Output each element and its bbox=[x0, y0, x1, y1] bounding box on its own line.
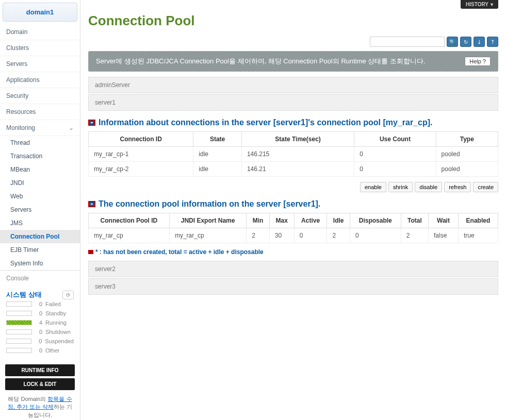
server-row-server2[interactable]: server2 bbox=[88, 261, 498, 277]
status-row-shutdown: 0Shutdown bbox=[6, 327, 74, 337]
status-row-standby: 0Standby bbox=[6, 309, 74, 318]
status-row-failed: 0Failed bbox=[6, 299, 74, 309]
nav-item-ejb-timer[interactable]: EJB Timer bbox=[0, 243, 80, 257]
chevron-down-icon: ▾ bbox=[491, 2, 493, 7]
nav-item-mbean[interactable]: MBean bbox=[0, 163, 80, 176]
page-title: Connection Pool bbox=[88, 13, 498, 29]
column-header: Enabled bbox=[458, 213, 498, 228]
column-header: Type bbox=[436, 132, 498, 147]
create-button[interactable]: create bbox=[473, 182, 498, 192]
status-refresh-icon[interactable]: ⟳ bbox=[62, 291, 74, 299]
column-header: Use Count bbox=[354, 132, 436, 147]
nav-item-transaction[interactable]: Transaction bbox=[0, 149, 80, 163]
nav-item-web[interactable]: Web bbox=[0, 190, 80, 203]
server-row-adminServer[interactable]: adminServer bbox=[88, 77, 498, 93]
runtime-info-button[interactable]: RUNTIME INFO bbox=[5, 364, 75, 376]
nav-item-thread[interactable]: Thread bbox=[0, 136, 80, 149]
refresh-button[interactable]: refresh bbox=[444, 182, 471, 192]
system-status-title: 시스템 상태 bbox=[6, 290, 42, 299]
pool-info-table: Connection Pool IDJNDI Export NameMinMax… bbox=[88, 213, 498, 243]
nav-item-jms[interactable]: JMS bbox=[0, 216, 80, 230]
nav-item-domain[interactable]: Domain bbox=[0, 24, 80, 40]
history-button[interactable]: HISTORY ▾ bbox=[461, 0, 498, 9]
nav-monitoring[interactable]: Monitoring ⌄ bbox=[0, 120, 80, 136]
status-bar-icon bbox=[6, 348, 32, 353]
domain-name[interactable]: domain1 bbox=[3, 3, 77, 22]
sidebar: domain1 DomainClustersServersApplication… bbox=[0, 0, 80, 420]
nav-monitoring-label: Monitoring bbox=[6, 124, 35, 131]
column-header: Connection Pool ID bbox=[89, 213, 170, 228]
column-header: Idle bbox=[327, 213, 350, 228]
nav-item-system-info[interactable]: System Info bbox=[0, 257, 80, 270]
status-bar-icon bbox=[6, 320, 32, 325]
help-button[interactable]: Help ? bbox=[465, 57, 491, 66]
column-header: Disposable bbox=[350, 213, 401, 228]
status-row-other: 0Other bbox=[6, 346, 74, 355]
enable-button[interactable]: enable bbox=[360, 182, 386, 192]
column-header: Active bbox=[294, 213, 327, 228]
status-bar-icon bbox=[6, 339, 31, 344]
disable-button[interactable]: disable bbox=[415, 182, 442, 192]
column-header: Max bbox=[269, 213, 294, 228]
search-input[interactable] bbox=[370, 37, 445, 47]
column-header: Total bbox=[401, 213, 428, 228]
flag-icon bbox=[88, 120, 95, 126]
nav-item-servers[interactable]: Servers bbox=[0, 56, 80, 72]
section1-title: Information about connections in the ser… bbox=[99, 118, 433, 127]
column-header: JNDI Export Name bbox=[169, 213, 246, 228]
console-label: Console bbox=[0, 270, 80, 286]
status-bar-icon bbox=[6, 301, 32, 307]
column-header: Wait bbox=[429, 213, 459, 228]
status-bar-icon bbox=[6, 311, 32, 316]
page-description: Server에 생성된 JDBC/JCA Connection Pool을 제어… bbox=[96, 57, 426, 66]
nav-item-clusters[interactable]: Clusters bbox=[0, 40, 80, 56]
column-header: State bbox=[193, 132, 242, 147]
table-row[interactable]: my_rar_cpmy_rar_cp2300202falsetrue bbox=[89, 228, 498, 243]
column-header: State Time(sec) bbox=[241, 132, 354, 147]
connections-table: Connection IDStateState Time(sec)Use Cou… bbox=[88, 131, 498, 177]
nav-item-resources[interactable]: Resources bbox=[0, 104, 80, 120]
export-icon[interactable]: ⤒ bbox=[487, 37, 498, 47]
export-xml-icon[interactable]: ⤓ bbox=[474, 37, 485, 47]
table-row[interactable]: my_rar_cp-1idle146.2150pooled bbox=[89, 147, 498, 162]
column-header: Connection ID bbox=[89, 132, 193, 147]
footnote-text: * : has not been created, total = active… bbox=[95, 248, 264, 256]
refresh-icon[interactable]: ↻ bbox=[460, 37, 471, 47]
shrink-button[interactable]: shrink bbox=[388, 182, 413, 192]
nav-item-security[interactable]: Security bbox=[0, 88, 80, 104]
status-bar-icon bbox=[6, 329, 32, 334]
lock-edit-button[interactable]: LOCK & EDIT bbox=[5, 378, 75, 390]
asterisk-flag-icon bbox=[88, 250, 93, 254]
table-row[interactable]: my_rar_cp-2idle146.210pooled bbox=[89, 162, 498, 177]
status-row-running: 4Running bbox=[6, 318, 74, 327]
section2-title: The connection pool information on the s… bbox=[99, 199, 320, 209]
main-content: HISTORY ▾ Connection Pool 🔍 ↻ ⤓ ⤒ Server… bbox=[80, 0, 506, 420]
chevron-down-icon: ⌄ bbox=[69, 124, 74, 131]
nav-item-applications[interactable]: Applications bbox=[0, 72, 80, 88]
search-icon[interactable]: 🔍 bbox=[447, 37, 458, 47]
flag-icon bbox=[88, 201, 95, 207]
server-row-server1[interactable]: server1 bbox=[88, 94, 498, 111]
nav-item-jndi[interactable]: JNDI bbox=[0, 176, 80, 190]
server-row-server3[interactable]: server3 bbox=[88, 278, 498, 295]
nav-item-connection-pool[interactable]: Connection Pool bbox=[0, 230, 80, 243]
nav-item-servers[interactable]: Servers bbox=[0, 203, 80, 216]
column-header: Min bbox=[247, 213, 270, 228]
domain-note: 해당 Domain의 항목을 수정, 추가 또는 삭제하는 기능입니다. bbox=[0, 395, 80, 420]
status-row-suspended: 0Suspended bbox=[6, 337, 74, 346]
